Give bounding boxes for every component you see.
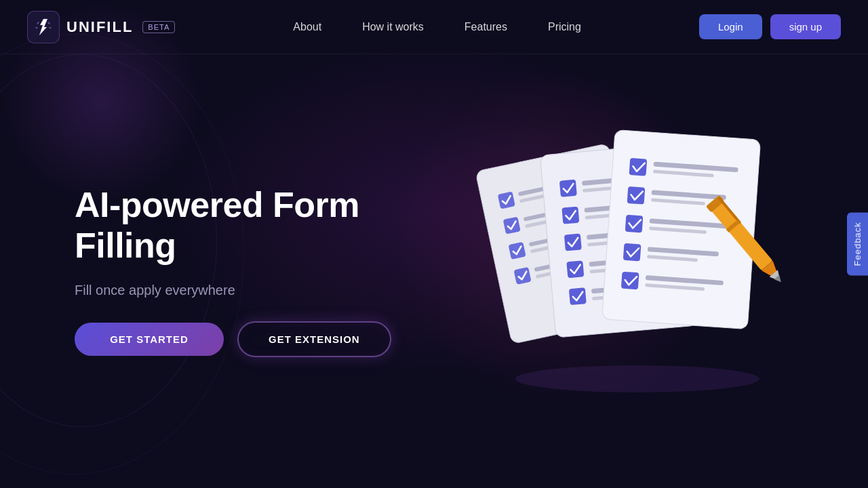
- get-extension-button[interactable]: GET EXTENSION: [237, 321, 391, 357]
- logo-link[interactable]: UNIFILL BETA: [27, 11, 175, 43]
- logo-icon-box: [27, 11, 60, 43]
- svg-rect-18: [561, 207, 579, 224]
- brand-icon: [33, 17, 54, 37]
- hero-content: AI-powered Form Filling Fill once apply …: [75, 185, 468, 357]
- nav-links: About How it works Features Pricing: [293, 21, 581, 33]
- forms-illustration: [475, 115, 800, 399]
- svg-rect-43: [621, 272, 639, 290]
- brand-name: UNIFILL: [66, 18, 133, 36]
- get-started-button[interactable]: GET STARTED: [75, 323, 224, 356]
- hero-buttons: GET STARTED GET EXTENSION: [75, 321, 468, 357]
- svg-point-0: [515, 365, 760, 392]
- hero-subtitle: Fill once apply everywhere: [75, 283, 468, 298]
- hero-title: AI-powered Form Filling: [75, 185, 468, 266]
- svg-rect-11: [513, 267, 531, 285]
- signup-button[interactable]: sign up: [770, 14, 841, 39]
- svg-rect-37: [625, 215, 644, 233]
- hero-illustration: [468, 54, 841, 488]
- hero-section: AI-powered Form Filling Fill once apply …: [0, 54, 868, 488]
- nav-features[interactable]: Features: [465, 21, 507, 33]
- nav-about[interactable]: About: [293, 21, 321, 33]
- svg-rect-15: [559, 180, 577, 197]
- svg-rect-2: [498, 191, 515, 209]
- svg-rect-27: [569, 287, 587, 305]
- svg-rect-40: [623, 243, 642, 262]
- svg-rect-5: [503, 217, 521, 235]
- navbar: UNIFILL BETA About How it works Features…: [0, 0, 868, 54]
- svg-rect-31: [629, 158, 648, 176]
- login-button[interactable]: Login: [699, 14, 762, 39]
- feedback-tab[interactable]: Feedback: [847, 212, 868, 275]
- nav-actions: Login sign up: [699, 14, 841, 39]
- beta-badge: BETA: [142, 21, 175, 33]
- svg-rect-34: [627, 186, 646, 205]
- nav-pricing[interactable]: Pricing: [548, 21, 581, 33]
- svg-rect-21: [564, 233, 582, 251]
- nav-how-it-works[interactable]: How it works: [362, 21, 424, 33]
- svg-rect-8: [509, 242, 526, 260]
- svg-rect-24: [566, 260, 584, 278]
